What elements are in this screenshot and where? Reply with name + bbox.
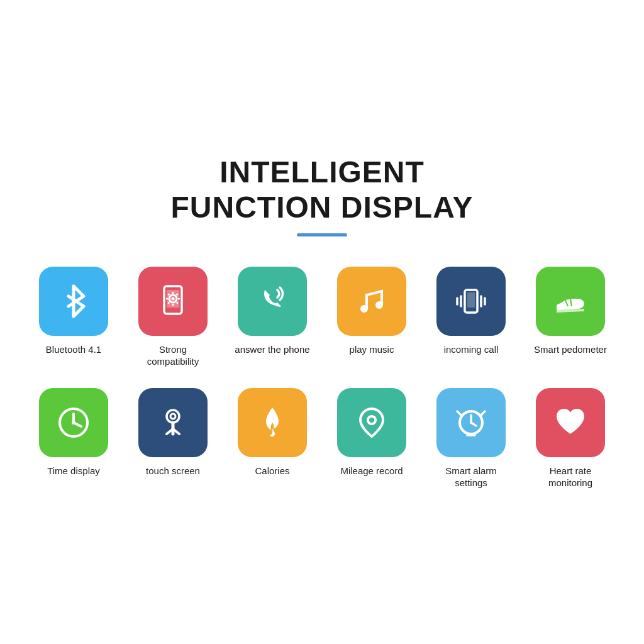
- time-icon-box: [39, 388, 108, 457]
- feature-time: Time display: [33, 388, 114, 477]
- feature-mileage: Mileage record: [331, 388, 413, 477]
- time-label: Time display: [47, 465, 100, 477]
- touch-icon-box: [138, 388, 208, 457]
- title-underline: [297, 233, 347, 236]
- heart-icon: [550, 402, 591, 443]
- music-icon-box: [337, 267, 406, 336]
- pin-icon: [352, 402, 392, 443]
- svg-point-13: [375, 301, 383, 309]
- calories-label: Calories: [255, 465, 289, 477]
- touch-label: touch screen: [146, 465, 200, 477]
- feature-row-1: Bluetooth 4.1: [33, 267, 611, 368]
- calories-icon-box: [238, 388, 307, 457]
- heart-label: Heart rate monitoring: [530, 465, 611, 489]
- svg-point-12: [360, 305, 368, 313]
- pedometer-label: Smart pedometer: [534, 343, 607, 356]
- touch-icon: [153, 402, 193, 443]
- svg-line-32: [481, 411, 485, 415]
- svg-rect-15: [467, 292, 475, 308]
- phone-settings-icon: [153, 281, 193, 321]
- svg-point-25: [170, 414, 175, 419]
- svg-point-24: [167, 410, 179, 423]
- shoe-icon: [550, 281, 591, 321]
- svg-line-8: [168, 294, 169, 295]
- svg-line-31: [457, 411, 461, 415]
- compatibility-icon-box: [138, 267, 208, 336]
- alarm-label: Smart alarm settings: [430, 465, 512, 489]
- feature-bluetooth: Bluetooth 4.1: [33, 267, 114, 356]
- feature-pedometer: Smart pedometer: [530, 267, 611, 356]
- pedometer-icon-box: [536, 267, 605, 336]
- bluetooth-label: Bluetooth 4.1: [46, 343, 101, 356]
- vibrate-icon: [451, 281, 491, 321]
- answer-label: answer the phone: [235, 343, 309, 356]
- alarm-icon: [451, 402, 491, 443]
- feature-grid: Bluetooth 4.1: [33, 267, 611, 489]
- bluetooth-icon-box: [39, 267, 108, 336]
- feature-row-2: Time display touch screen: [33, 388, 611, 489]
- mileage-icon-box: [337, 388, 406, 457]
- incoming-label: incoming call: [444, 343, 499, 356]
- feature-incoming: incoming call: [430, 267, 512, 356]
- bluetooth-icon: [53, 281, 94, 321]
- heart-icon-box: [536, 388, 605, 457]
- incoming-icon-box: [436, 267, 506, 336]
- svg-point-27: [369, 418, 374, 423]
- feature-music: play music: [331, 267, 413, 356]
- phone-call-icon: [252, 281, 292, 321]
- feature-answer: answer the phone: [231, 267, 313, 356]
- feature-alarm: Smart alarm settings: [430, 388, 512, 489]
- page-title: INTELLIGENT FUNCTION DISPLAY: [171, 155, 474, 266]
- music-label: play music: [350, 343, 394, 356]
- music-icon: [352, 281, 392, 321]
- feature-heart: Heart rate monitoring: [530, 388, 611, 489]
- svg-point-3: [172, 297, 175, 300]
- compatibility-label: Strong compatibility: [132, 343, 214, 368]
- feature-touch: touch screen: [132, 388, 214, 477]
- svg-line-9: [177, 302, 178, 303]
- flame-icon: [252, 402, 292, 443]
- alarm-icon-box: [436, 388, 506, 457]
- clock-icon: [53, 402, 94, 443]
- svg-line-11: [168, 302, 169, 303]
- svg-line-30: [471, 423, 476, 426]
- answer-icon-box: [238, 267, 307, 336]
- feature-calories: Calories: [231, 388, 313, 477]
- feature-compatibility: Strong compatibility: [132, 267, 214, 368]
- svg-line-10: [177, 294, 178, 295]
- svg-point-23: [72, 421, 75, 425]
- mileage-label: Mileage record: [340, 465, 402, 477]
